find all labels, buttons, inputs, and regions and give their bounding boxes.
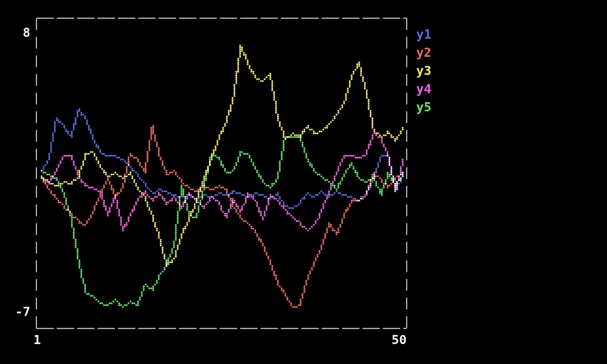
legend-item-y2: y2 — [416, 43, 431, 62]
terminal-plot: 8 -7 1 50 y1 y2 y3 y4 y5 — [0, 0, 607, 364]
x-axis-min-label: 1 — [33, 334, 41, 346]
legend-item-y5: y5 — [416, 98, 431, 116]
legend-item-y1: y1 — [416, 25, 431, 43]
y-axis-max-label: 8 — [13, 26, 30, 39]
plot-border — [0, 0, 607, 364]
legend: y1 y2 y3 y4 y5 — [416, 25, 431, 116]
y-axis-min-label: -7 — [10, 306, 30, 318]
x-axis-max-label: 50 — [392, 334, 407, 346]
legend-item-y3: y3 — [416, 62, 431, 80]
legend-item-y4: y4 — [416, 80, 431, 98]
